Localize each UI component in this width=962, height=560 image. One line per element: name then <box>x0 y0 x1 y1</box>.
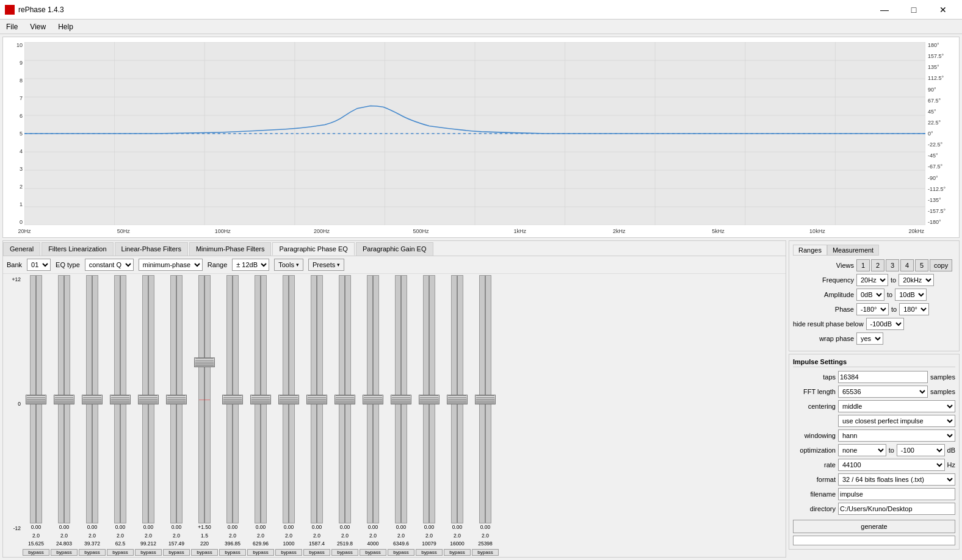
fader-track[interactable] <box>367 275 379 523</box>
centering-select[interactable]: middle <box>838 400 955 412</box>
close-button[interactable]: ✕ <box>929 0 957 20</box>
amp-from-select[interactable]: 0dB <box>856 289 884 301</box>
fader-handle[interactable] <box>306 395 327 404</box>
fader-handle[interactable] <box>82 395 103 404</box>
bypass-button[interactable]: bypass <box>107 549 134 556</box>
view-btn-4[interactable]: 4 <box>900 259 914 271</box>
rate-select[interactable]: 44100 <box>838 459 945 471</box>
fader-handle[interactable] <box>110 395 131 404</box>
fader-track[interactable] <box>198 275 211 523</box>
maximize-button[interactable]: □ <box>900 0 928 20</box>
fader-handle[interactable] <box>166 395 187 404</box>
view-btn-5[interactable]: 5 <box>915 259 928 271</box>
fader-handle[interactable] <box>419 395 439 404</box>
fader-track[interactable] <box>58 275 70 523</box>
bypass-button[interactable]: bypass <box>331 549 358 556</box>
fader-track[interactable] <box>395 275 407 523</box>
bypass-button[interactable]: bypass <box>444 549 471 556</box>
centering2-select[interactable]: use closest perfect impulse <box>838 415 955 427</box>
fader-track[interactable] <box>226 275 239 523</box>
amp-to-select[interactable]: 10dB <box>895 289 927 301</box>
tools-button[interactable]: Tools <box>274 259 303 271</box>
tab-linear-phase[interactable]: Linear-Phase Filters <box>115 242 188 256</box>
copy-button[interactable]: copy <box>930 259 952 271</box>
fft-select[interactable]: 65536 <box>838 386 928 398</box>
fader-handle[interactable] <box>222 395 243 404</box>
optimization-label: optimization <box>793 447 836 454</box>
fader-track[interactable] <box>255 275 267 523</box>
format-select[interactable]: 32 / 64 bits floats lines (.txt) <box>838 473 955 486</box>
tab-ranges[interactable]: Ranges <box>793 245 827 256</box>
menu-view[interactable]: View <box>24 20 52 34</box>
fader-handle[interactable] <box>194 357 215 367</box>
filename-input[interactable] <box>838 488 955 500</box>
tab-general[interactable]: General <box>3 242 40 256</box>
directory-input[interactable] <box>838 503 955 515</box>
fader-handle[interactable] <box>475 395 496 404</box>
bypass-button[interactable]: bypass <box>191 549 218 556</box>
phase-to-select[interactable]: 180° <box>899 303 929 315</box>
freq-to-select[interactable]: 20kHz <box>899 274 934 286</box>
view-btn-1[interactable]: 1 <box>856 259 870 271</box>
fader-track[interactable] <box>114 275 126 523</box>
bypass-button[interactable]: bypass <box>247 549 274 556</box>
bypass-button[interactable]: bypass <box>275 549 302 556</box>
range-select[interactable]: ± 12dB <box>232 259 269 271</box>
bypass-button[interactable]: bypass <box>23 549 49 556</box>
bypass-button[interactable]: bypass <box>416 549 443 556</box>
hide-phase-select[interactable]: -100dB <box>866 318 904 330</box>
fader-track[interactable] <box>311 275 323 523</box>
view-btn-3[interactable]: 3 <box>886 259 899 271</box>
fader-track[interactable] <box>423 275 435 523</box>
optimization-select[interactable]: none <box>838 444 886 456</box>
bypass-button[interactable]: bypass <box>303 549 330 556</box>
bypass-button[interactable]: bypass <box>360 549 386 556</box>
menu-help[interactable]: Help <box>52 20 79 34</box>
tab-filters-linearization[interactable]: Filters Linearization <box>42 242 113 256</box>
optimization-db-select[interactable]: -100 <box>897 444 945 456</box>
freq-from-select[interactable]: 20Hz <box>856 274 888 286</box>
bypass-button[interactable]: bypass <box>163 549 190 556</box>
presets-button[interactable]: Presets <box>308 259 344 271</box>
windowing-select[interactable]: hann <box>838 429 955 442</box>
fader-handle[interactable] <box>363 395 383 404</box>
fader-handle[interactable] <box>278 395 299 404</box>
tab-paragraphic-gain[interactable]: Paragraphic Gain EQ <box>356 242 433 256</box>
bypass-button[interactable]: bypass <box>51 549 78 556</box>
bypass-button[interactable]: bypass <box>219 549 246 556</box>
fader-handle[interactable] <box>447 395 468 404</box>
generate-button[interactable]: generate <box>793 520 955 533</box>
bank-select[interactable]: 01 <box>27 259 51 271</box>
bypass-button[interactable]: bypass <box>388 549 414 556</box>
fader-channel: 0.002.025398bypass <box>472 275 499 556</box>
fader-track[interactable] <box>142 275 154 523</box>
fader-track[interactable] <box>86 275 98 523</box>
menu-file[interactable]: File <box>0 20 24 34</box>
phase-type-select[interactable]: minimum-phase <box>139 259 203 271</box>
tab-measurement[interactable]: Measurement <box>827 245 879 256</box>
fader-handle[interactable] <box>54 395 74 404</box>
eq-type-select[interactable]: constant Q <box>85 259 134 271</box>
phase-from-select[interactable]: -180° <box>856 303 889 315</box>
fader-handle[interactable] <box>250 395 271 404</box>
taps-input[interactable] <box>838 371 928 383</box>
minimize-button[interactable]: — <box>870 0 899 20</box>
fader-handle[interactable] <box>138 395 159 404</box>
view-btn-2[interactable]: 2 <box>871 259 884 271</box>
bypass-button[interactable]: bypass <box>472 549 499 556</box>
fader-track[interactable] <box>451 275 463 523</box>
fader-handle[interactable] <box>391 395 411 404</box>
fader-handle[interactable] <box>26 395 46 404</box>
graph-canvas[interactable] <box>24 42 925 225</box>
fader-track[interactable] <box>283 275 295 523</box>
fader-track[interactable] <box>339 275 351 523</box>
bypass-button[interactable]: bypass <box>79 549 106 556</box>
fader-track[interactable] <box>479 275 491 523</box>
tab-minimum-phase[interactable]: Minimum-Phase Filters <box>189 242 271 256</box>
bypass-button[interactable]: bypass <box>135 549 162 556</box>
wrap-phase-select[interactable]: yes <box>856 332 883 345</box>
tab-paragraphic-phase[interactable]: Paragraphic Phase EQ <box>272 242 355 256</box>
fader-handle[interactable] <box>335 395 355 404</box>
fader-track[interactable] <box>30 275 42 523</box>
fader-track[interactable] <box>170 275 183 523</box>
